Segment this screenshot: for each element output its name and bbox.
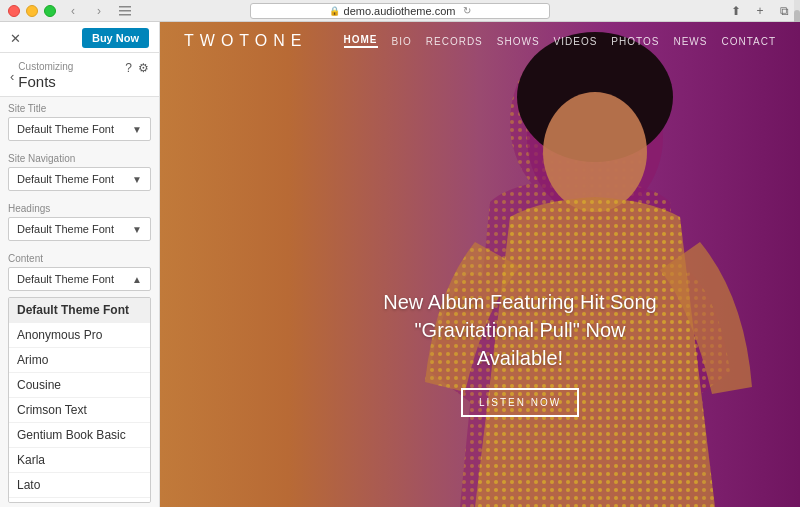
nav-link-videos[interactable]: VIDEOS [554, 36, 598, 47]
nav-link-contact[interactable]: CONTACT [721, 36, 776, 47]
site-preview: TWOTONE HOME BIO RECORDS SHOWS VIDEOS PH… [160, 22, 800, 507]
nav-link-news[interactable]: NEWS [673, 36, 707, 47]
url-text: demo.audiotheme.com [344, 5, 456, 17]
lock-icon: 🔒 [329, 6, 340, 16]
close-traffic-light[interactable] [8, 5, 20, 17]
buy-now-button[interactable]: Buy Now [82, 28, 149, 48]
headings-section: Headings Default Theme Font ▼ [0, 197, 159, 247]
hero-content: New Album Featuring Hit Song"Gravitation… [380, 288, 660, 417]
font-list-item-arimo[interactable]: Arimo [9, 348, 150, 373]
header-icons: ? ⚙ [125, 61, 149, 75]
hero-text: New Album Featuring Hit Song"Gravitation… [380, 288, 660, 372]
font-list-item-cousine[interactable]: Cousine [9, 373, 150, 398]
font-list-item-default[interactable]: Default Theme Font [9, 298, 150, 323]
site-nav: TWOTONE HOME BIO RECORDS SHOWS VIDEOS PH… [160, 22, 800, 60]
headings-chevron-icon: ▼ [132, 224, 142, 235]
site-title-chevron-icon: ▼ [132, 124, 142, 135]
site-logo: TWOTONE [184, 32, 307, 50]
preview-area: TWOTONE HOME BIO RECORDS SHOWS VIDEOS PH… [160, 22, 800, 507]
site-title-label: Site Title [8, 103, 151, 114]
site-navigation-label: Site Navigation [8, 153, 151, 164]
font-list-item-karla[interactable]: Karla [9, 448, 150, 473]
address-bar[interactable]: 🔒 demo.audiotheme.com ↻ [250, 3, 550, 19]
customizer-header-left: ‹ Customizing Fonts [10, 61, 73, 90]
listen-now-button[interactable]: LISTEN NOW [461, 388, 579, 417]
content-label: Content [8, 253, 151, 264]
customizer-close-icon[interactable]: ✕ [10, 31, 21, 46]
window-chrome: ‹ › 🔒 demo.audiotheme.com ↻ ⬆ + ⧉ [0, 0, 800, 22]
window-nav-controls: ‹ › [66, 4, 132, 18]
customizing-label: Customizing [18, 61, 73, 72]
site-title-font-value: Default Theme Font [17, 123, 114, 135]
font-list-item-lato[interactable]: Lato [9, 473, 150, 498]
nav-link-home[interactable]: HOME [344, 34, 378, 48]
site-navigation-dropdown[interactable]: Default Theme Font ▼ [8, 167, 151, 191]
share-icon[interactable]: ⬆ [728, 3, 744, 19]
nav-link-photos[interactable]: PHOTOS [611, 36, 659, 47]
customizer-header: ‹ Customizing Fonts ? ⚙ [0, 53, 159, 97]
content-chevron-icon: ▲ [132, 274, 142, 285]
svg-rect-0 [119, 6, 131, 8]
nav-link-records[interactable]: RECORDS [426, 36, 483, 47]
back-arrow-icon[interactable]: ‹ [66, 4, 80, 18]
customizer-sidebar: ✕ Buy Now ‹ Customizing Fonts ? ⚙ Site [0, 22, 160, 507]
tabs-icon[interactable]: ⧉ [776, 3, 792, 19]
settings-icon[interactable]: ⚙ [138, 61, 149, 75]
toolbar-right: ⬆ + ⧉ [728, 3, 792, 19]
customizer-title: Fonts [18, 73, 73, 90]
headings-font-value: Default Theme Font [17, 223, 114, 235]
svg-rect-2 [119, 14, 131, 16]
sidebar-toggle-icon[interactable] [118, 4, 132, 18]
svg-rect-1 [119, 10, 131, 12]
maximize-traffic-light[interactable] [44, 5, 56, 17]
headings-dropdown[interactable]: Default Theme Font ▼ [8, 217, 151, 241]
nav-links: HOME BIO RECORDS SHOWS VIDEOS PHOTOS NEW… [344, 34, 776, 48]
site-navigation-chevron-icon: ▼ [132, 174, 142, 185]
svg-point-9 [543, 92, 647, 212]
bookmark-icon[interactable]: + [752, 3, 768, 19]
font-list: Default Theme Font Anonymous Pro Arimo C… [8, 297, 151, 503]
forward-arrow-icon[interactable]: › [92, 4, 106, 18]
font-list-item-crimson-text[interactable]: Crimson Text [9, 398, 150, 423]
site-navigation-font-value: Default Theme Font [17, 173, 114, 185]
back-button[interactable]: ‹ [10, 69, 14, 84]
traffic-lights [8, 5, 56, 17]
content-font-value: Default Theme Font [17, 273, 114, 285]
font-list-item-gentium[interactable]: Gentium Book Basic [9, 423, 150, 448]
content-dropdown[interactable]: Default Theme Font ▲ [8, 267, 151, 291]
site-title-dropdown[interactable]: Default Theme Font ▼ [8, 117, 151, 141]
minimize-traffic-light[interactable] [26, 5, 38, 17]
site-navigation-section: Site Navigation Default Theme Font ▼ [0, 147, 159, 197]
nav-link-bio[interactable]: BIO [392, 36, 412, 47]
site-title-section: Site Title Default Theme Font ▼ [0, 97, 159, 147]
person-illustration [380, 22, 800, 507]
headings-label: Headings [8, 203, 151, 214]
font-list-item-anonymous-pro[interactable]: Anonymous Pro [9, 323, 150, 348]
refresh-icon[interactable]: ↻ [463, 5, 471, 16]
content-section: Content Default Theme Font ▲ [0, 247, 159, 297]
nav-link-shows[interactable]: SHOWS [497, 36, 540, 47]
customizer-top-bar: ✕ Buy Now [0, 22, 159, 53]
info-icon[interactable]: ? [125, 61, 132, 75]
main-layout: ✕ Buy Now ‹ Customizing Fonts ? ⚙ Site [0, 22, 800, 507]
font-list-item-libre-baskerville[interactable]: Libre Baskerville [9, 498, 150, 503]
